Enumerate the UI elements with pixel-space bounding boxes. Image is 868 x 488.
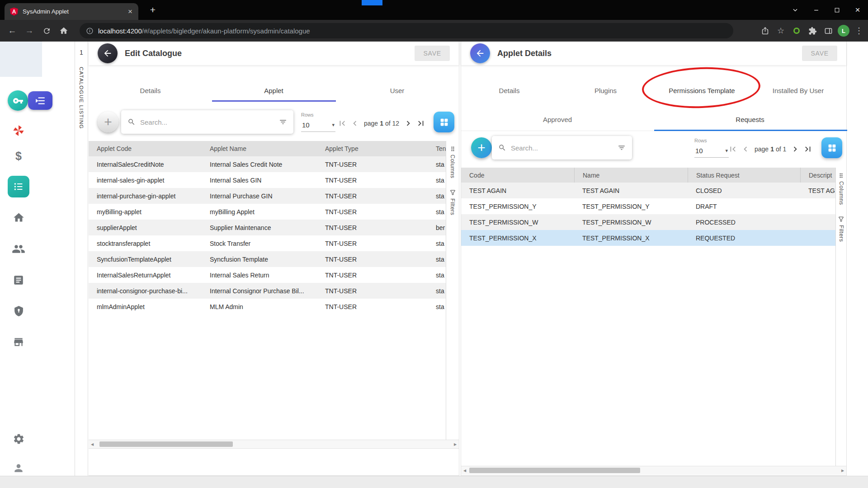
table-row[interactable]: SyncfusionTemplateAppletSyncfusion Templ…	[89, 251, 446, 267]
filters-label[interactable]: Filters	[838, 225, 844, 242]
tab-plugins[interactable]: Plugins	[557, 80, 654, 102]
column-header[interactable]: Descript	[800, 168, 835, 183]
grid-view-button[interactable]	[434, 112, 454, 132]
horizontal-scrollbar[interactable]: ◀ ▶	[89, 440, 459, 449]
scroll-right-arrow[interactable]: ▶	[839, 466, 846, 475]
save-button[interactable]: SAVE	[802, 46, 837, 61]
next-page-button[interactable]	[789, 143, 801, 155]
close-tab-icon[interactable]: ×	[126, 7, 135, 16]
column-header[interactable]: Applet Name	[202, 141, 317, 156]
columns-label[interactable]: Columns	[838, 181, 844, 205]
subtab-requests[interactable]: Requests	[654, 108, 846, 131]
table-row[interactable]: myBilling-appletmyBilling AppletTNT-USER…	[89, 204, 446, 220]
kebab-menu-icon[interactable]: ⋮	[853, 24, 865, 37]
rows-select[interactable]: 10▾	[301, 119, 335, 132]
column-header[interactable]: Applet Type	[317, 141, 428, 156]
back-button[interactable]	[470, 43, 490, 63]
tab-permissions-template[interactable]: Permissions Template	[654, 80, 750, 102]
bookmark-star-icon[interactable]: ☆	[774, 24, 787, 37]
scroll-left-arrow[interactable]: ◀	[89, 440, 96, 448]
first-page-button[interactable]	[727, 143, 739, 155]
documents-icon[interactable]	[12, 273, 25, 287]
prev-page-button[interactable]	[349, 117, 361, 129]
new-tab-button[interactable]: +	[147, 5, 158, 15]
columns-drag-icon[interactable]	[838, 172, 844, 179]
filter-icon[interactable]	[279, 118, 287, 126]
table-row[interactable]: mlmAdminAppletMLM AdminTNT-USERsta	[89, 299, 446, 314]
scrollbar-thumb[interactable]	[99, 441, 233, 447]
security-shield-icon[interactable]	[12, 304, 25, 318]
scroll-left-arrow[interactable]: ◀	[461, 466, 468, 475]
columns-drag-icon[interactable]	[449, 145, 456, 152]
report-pinwheel-icon[interactable]	[12, 124, 25, 137]
filters-label[interactable]: Filters	[449, 198, 456, 216]
scrollbar-thumb[interactable]	[469, 468, 640, 473]
tab-search-chevron-icon[interactable]	[785, 0, 806, 20]
table-row[interactable]: internal-consignor-purchase-bi...Interna…	[89, 283, 446, 299]
table-row[interactable]: internal-sales-gin-appletInternal Sales …	[89, 172, 446, 188]
search-input[interactable]	[511, 144, 618, 152]
table-row[interactable]: InternalSalesReturnAppletInternal Sales …	[89, 267, 446, 283]
tab-details[interactable]: Details	[89, 80, 212, 102]
billing-dollar-icon[interactable]: $	[12, 149, 25, 163]
search-input[interactable]	[140, 118, 279, 126]
horizontal-scrollbar[interactable]: ◀ ▶	[461, 466, 846, 475]
back-button[interactable]	[98, 43, 118, 63]
tab-applet[interactable]: Applet	[212, 80, 335, 102]
prev-page-button[interactable]	[740, 143, 751, 155]
add-button[interactable]: +	[471, 137, 492, 158]
settings-gear-icon[interactable]	[12, 432, 25, 446]
forward-button[interactable]: →	[22, 23, 37, 38]
tab-user[interactable]: User	[335, 80, 459, 102]
tab-installed-by-user[interactable]: Installed By User	[750, 80, 846, 102]
filters-funnel-icon[interactable]	[449, 189, 456, 196]
table-row[interactable]: TEST_PERMISSION_WTEST_PERMISSION_WPROCES…	[461, 214, 835, 230]
grid-view-button[interactable]	[821, 137, 842, 158]
address-bar[interactable]: localhost:4200/#/applets/bigledger/akaun…	[80, 23, 733, 38]
refresh-button[interactable]	[39, 23, 54, 38]
table-row[interactable]: InternalSalesCreditNoteInternal Sales Cr…	[89, 156, 446, 172]
add-button[interactable]: +	[98, 112, 118, 132]
rows-select[interactable]: 10▾	[694, 145, 729, 158]
next-page-button[interactable]	[402, 117, 414, 129]
catalogue-list-icon[interactable]	[8, 176, 29, 197]
subtab-approved[interactable]: Approved	[461, 108, 654, 131]
tab-details[interactable]: Details	[461, 80, 557, 102]
filters-funnel-icon[interactable]	[838, 216, 844, 223]
side-panel-icon[interactable]	[822, 24, 835, 37]
home-button[interactable]	[56, 23, 71, 38]
column-header[interactable]: Code	[461, 168, 574, 183]
columns-label[interactable]: Columns	[449, 155, 456, 178]
site-info-icon[interactable]	[86, 27, 94, 35]
first-page-button[interactable]	[336, 117, 348, 129]
filter-icon[interactable]	[618, 144, 626, 152]
window-minimize-button[interactable]	[806, 0, 826, 20]
key-icon[interactable]	[8, 90, 28, 111]
table-row[interactable]: supplierAppletSupplier MaintenanceTNT-US…	[89, 220, 446, 235]
window-maximize-button[interactable]	[826, 0, 847, 20]
expand-menu-icon[interactable]	[28, 91, 52, 110]
column-header[interactable]: Name	[574, 168, 688, 183]
window-close-button[interactable]: ×	[847, 0, 868, 20]
table-row[interactable]: stocktransferappletStock TransferTNT-USE…	[89, 235, 446, 251]
column-header[interactable]: Status Request	[688, 168, 800, 183]
last-page-button[interactable]	[802, 143, 814, 155]
scroll-right-arrow[interactable]: ▶	[452, 440, 459, 448]
home-icon[interactable]	[12, 211, 25, 224]
extension-green-icon[interactable]	[790, 24, 803, 37]
save-button[interactable]: SAVE	[415, 46, 450, 61]
profile-avatar[interactable]: L	[838, 25, 849, 37]
store-icon[interactable]	[12, 335, 25, 349]
share-icon[interactable]	[759, 24, 771, 37]
users-icon[interactable]	[12, 242, 25, 256]
browser-tab[interactable]: A SysAdmin Applet ×	[5, 3, 138, 20]
column-header[interactable]: Applet Code	[89, 141, 202, 156]
profile-person-icon[interactable]	[12, 461, 25, 475]
extensions-puzzle-icon[interactable]	[806, 24, 819, 37]
table-row[interactable]: TEST AGAINTEST AGAINCLOSEDTEST AG	[461, 183, 835, 198]
table-row[interactable]: TEST_PERMISSION_XTEST_PERMISSION_XREQUES…	[461, 230, 835, 246]
back-button[interactable]: ←	[5, 23, 20, 38]
table-row[interactable]: internal-purchase-gin-appletInternal Pur…	[89, 188, 446, 204]
table-row[interactable]: TEST_PERMISSION_YTEST_PERMISSION_YDRAFT	[461, 198, 835, 214]
column-header[interactable]: Ten	[428, 141, 446, 156]
